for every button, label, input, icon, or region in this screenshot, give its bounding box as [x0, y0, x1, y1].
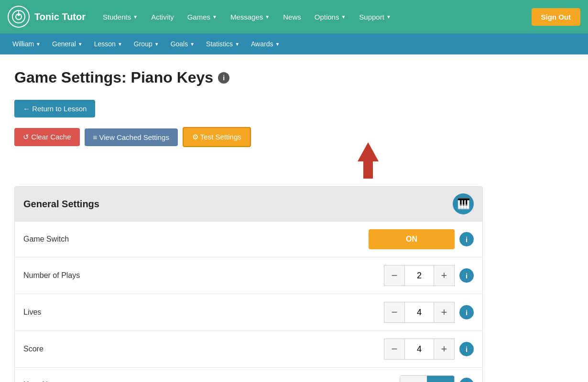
options-dropdown-arrow: ▼: [341, 14, 346, 20]
svg-point-3: [18, 14, 20, 16]
general-settings-section: General Settings 🎹 Game Switch ON i Numb…: [14, 186, 483, 382]
logo-icon: [8, 6, 30, 28]
logo-area: Tonic Tutor: [8, 6, 86, 28]
sub-nav: William ▼ General ▼ Lesson ▼ Group ▼ Goa…: [0, 33, 588, 54]
score-decrement[interactable]: −: [384, 339, 405, 360]
william-dropdown-arrow: ▼: [36, 42, 41, 47]
hear-notes-info[interactable]: i: [459, 378, 474, 382]
score-value: 4: [405, 339, 434, 360]
nav-news[interactable]: News: [277, 9, 307, 25]
nav-games[interactable]: Games ▼: [182, 9, 223, 25]
score-row: Score − 4 + i: [15, 330, 482, 367]
students-dropdown-arrow: ▼: [133, 14, 138, 20]
number-of-plays-value: 2: [405, 265, 434, 286]
lives-info[interactable]: i: [459, 305, 474, 319]
hear-notes-control: off on i: [400, 375, 474, 382]
games-dropdown-arrow: ▼: [212, 14, 217, 20]
sub-nav-general[interactable]: General ▼: [47, 37, 87, 51]
general-settings-title: General Settings: [23, 199, 99, 210]
lesson-dropdown-arrow: ▼: [118, 42, 122, 47]
clear-cache-button[interactable]: ↺ Clear Cache: [14, 128, 80, 146]
score-control: − 4 + i: [384, 339, 474, 360]
awards-dropdown-arrow: ▼: [275, 42, 280, 47]
game-switch-toggle[interactable]: ON: [369, 229, 455, 249]
game-switch-info[interactable]: i: [459, 232, 474, 246]
hear-notes-on[interactable]: on: [427, 376, 454, 382]
score-label: Score: [23, 345, 384, 353]
support-dropdown-arrow: ▼: [386, 14, 391, 20]
nav-students[interactable]: Students ▼: [97, 9, 143, 25]
sub-nav-statistics[interactable]: Statistics ▼: [201, 37, 244, 51]
page-title-info-icon[interactable]: i: [218, 72, 229, 84]
sub-nav-group[interactable]: Group ▼: [129, 37, 164, 51]
goals-dropdown-arrow: ▼: [190, 42, 195, 47]
test-settings-arrow: [163, 142, 574, 179]
hear-notes-label: Hear Notes: [23, 381, 400, 382]
sign-out-button[interactable]: Sign Out: [532, 8, 581, 26]
lives-value: 4: [405, 302, 434, 323]
number-of-plays-control: − 2 + i: [384, 265, 474, 286]
sub-nav-william[interactable]: William ▼: [8, 37, 45, 51]
nav-activity[interactable]: Activity: [145, 9, 180, 25]
top-nav-links: Students ▼ Activity Games ▼ Messages ▼ N…: [97, 9, 531, 25]
game-switch-row: Game Switch ON i: [15, 221, 482, 257]
lives-decrement[interactable]: −: [384, 302, 405, 323]
app-title: Tonic Tutor: [34, 11, 86, 22]
lives-increment[interactable]: +: [434, 302, 455, 323]
number-of-plays-info[interactable]: i: [459, 268, 474, 283]
number-of-plays-stepper: − 2 +: [384, 265, 455, 286]
sub-nav-goals[interactable]: Goals ▼: [166, 37, 199, 51]
top-nav: Tonic Tutor Students ▼ Activity Games ▼ …: [0, 0, 588, 33]
return-to-lesson-button[interactable]: ← Return to Lesson: [14, 100, 95, 117]
main-content: Game Settings: Piano Keys i ← Return to …: [0, 54, 588, 382]
lives-row: Lives − 4 + i: [15, 294, 482, 330]
page-title: Game Settings: Piano Keys i: [14, 69, 574, 86]
general-dropdown-arrow: ▼: [78, 42, 83, 47]
test-settings-button[interactable]: ⚙ Test Settings: [183, 127, 251, 147]
number-of-plays-increment[interactable]: +: [434, 265, 455, 286]
game-switch-label: Game Switch: [23, 235, 369, 244]
score-increment[interactable]: +: [434, 339, 455, 360]
nav-options[interactable]: Options ▼: [309, 9, 352, 25]
number-of-plays-label: Number of Plays: [23, 271, 384, 280]
hear-notes-off[interactable]: off: [400, 376, 427, 382]
piano-keys-icon: 🎹: [453, 193, 474, 214]
sub-nav-awards[interactable]: Awards ▼: [246, 37, 284, 51]
lives-control: − 4 + i: [384, 302, 474, 323]
arrow-shaft: [363, 161, 373, 179]
score-info[interactable]: i: [459, 342, 474, 356]
general-settings-header: General Settings 🎹: [15, 187, 482, 221]
view-cached-settings-button[interactable]: ≡ View Cached Settings: [85, 128, 178, 146]
hear-notes-row: Hear Notes off on i: [15, 367, 482, 382]
statistics-dropdown-arrow: ▼: [235, 42, 240, 47]
group-dropdown-arrow: ▼: [154, 42, 159, 47]
number-of-plays-decrement[interactable]: −: [384, 265, 405, 286]
messages-dropdown-arrow: ▼: [265, 14, 270, 20]
lives-label: Lives: [23, 308, 384, 317]
lives-stepper: − 4 +: [384, 302, 455, 323]
sub-nav-lesson[interactable]: Lesson ▼: [89, 37, 127, 51]
nav-support[interactable]: Support ▼: [353, 9, 396, 25]
nav-messages[interactable]: Messages ▼: [225, 9, 275, 25]
score-stepper: − 4 +: [384, 339, 455, 360]
cache-buttons-row: ↺ Clear Cache ≡ View Cached Settings ⚙ T…: [14, 127, 574, 147]
number-of-plays-row: Number of Plays − 2 + i: [15, 257, 482, 294]
action-buttons-row: ← Return to Lesson: [14, 100, 574, 117]
hear-notes-toggle: off on: [400, 375, 455, 382]
game-switch-control: ON i: [369, 229, 474, 249]
